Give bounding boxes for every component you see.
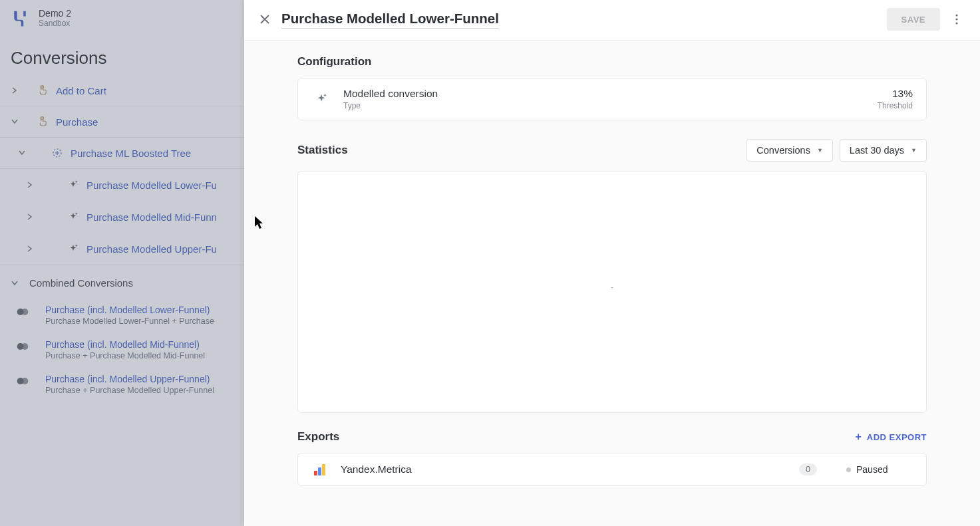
- combined-conversions-header[interactable]: Combined Conversions: [0, 265, 244, 298]
- tree-item-label: Purchase Modelled Mid-Funn: [86, 211, 217, 223]
- sparkle-icon: [60, 179, 86, 191]
- chevron-right-icon: [0, 182, 60, 188]
- section-configuration: Configuration: [297, 55, 927, 68]
- sparkle-icon: [311, 92, 331, 106]
- tree-item-ml-boosted[interactable]: Purchase ML Boosted Tree: [0, 138, 244, 169]
- chevron-down-icon: [0, 281, 29, 286]
- brand-logo-icon: [11, 9, 29, 28]
- sparkle-icon: [60, 243, 86, 255]
- statistics-chart: -: [297, 171, 927, 413]
- combined-icon: [0, 305, 45, 317]
- tree-item-label: Purchase: [56, 116, 98, 128]
- tree-item-purchase[interactable]: Purchase: [0, 106, 244, 138]
- brand-row[interactable]: Demo 2 Sandbox: [0, 0, 244, 36]
- chevron-right-icon: [0, 213, 60, 220]
- config-card[interactable]: Modelled conversion Type 13% Threshold: [297, 78, 927, 120]
- panel-header: Purchase Modelled Lower-Funnel SAVE: [244, 0, 980, 41]
- close-icon: [259, 14, 270, 25]
- detail-panel: Purchase Modelled Lower-Funnel SAVE Conf…: [244, 0, 980, 526]
- export-name: Yandex.Metrica: [341, 463, 787, 475]
- tree-item-add-to-cart[interactable]: Add to Cart: [0, 75, 244, 106]
- chevron-down-icon: ▼: [911, 147, 917, 154]
- status-dot-icon: [846, 467, 851, 472]
- more-button[interactable]: [947, 9, 967, 29]
- tree-item-label: Purchase Modelled Lower-Fu: [86, 180, 217, 191]
- range-dropdown[interactable]: Last 30 days ▼: [840, 139, 927, 162]
- svg-point-8: [21, 378, 28, 384]
- section-exports: Exports: [297, 430, 339, 444]
- tree-item-label: Add to Cart: [56, 85, 106, 96]
- svg-point-9: [955, 14, 957, 16]
- touch-icon: [29, 84, 56, 96]
- circle-dashed-icon: [44, 147, 71, 159]
- chevron-down-icon: [0, 119, 29, 124]
- combined-item-lower[interactable]: Purchase (incl. Modelled Lower-Funnel) P…: [0, 298, 244, 332]
- panel-title[interactable]: Purchase Modelled Lower-Funnel: [281, 11, 499, 29]
- close-button[interactable]: [255, 9, 275, 29]
- chevron-right-icon: [0, 245, 60, 252]
- config-type-value: Modelled conversion: [343, 88, 866, 100]
- tree-item-modelled-lower[interactable]: Purchase Modelled Lower-Fu: [0, 169, 244, 201]
- combined-icon: [0, 374, 45, 386]
- tree-item-modelled-upper[interactable]: Purchase Modelled Upper-Fu: [0, 233, 244, 265]
- combined-item-sublabel: Purchase + Purchase Modelled Upper-Funne…: [45, 386, 214, 395]
- save-button[interactable]: SAVE: [887, 8, 940, 31]
- combined-icon: [0, 339, 45, 351]
- chevron-down-icon: [0, 150, 44, 156]
- svg-rect-14: [322, 464, 325, 475]
- metric-dropdown-value: Conversions: [756, 145, 810, 156]
- add-export-label: ADD EXPORT: [867, 432, 927, 442]
- svg-point-6: [21, 343, 28, 350]
- chevron-down-icon: ▼: [817, 147, 823, 154]
- brand-subtitle: Sandbox: [39, 19, 71, 28]
- svg-point-11: [955, 22, 957, 24]
- range-dropdown-value: Last 30 days: [850, 145, 904, 156]
- svg-rect-12: [314, 471, 317, 475]
- sparkle-icon: [60, 211, 86, 223]
- config-type-label: Type: [343, 101, 866, 110]
- sidebar: Demo 2 Sandbox Conversions Add to Cart: [0, 0, 244, 526]
- more-vert-icon: [955, 14, 958, 25]
- combined-item-label: Purchase (incl. Modelled Upper-Funnel): [45, 374, 214, 384]
- svg-rect-13: [318, 467, 321, 475]
- chart-empty-placeholder: -: [611, 283, 613, 292]
- svg-point-4: [21, 309, 28, 315]
- combined-title: Combined Conversions: [29, 277, 133, 289]
- touch-icon: [29, 116, 56, 128]
- tree-item-label: Purchase Modelled Upper-Fu: [86, 243, 217, 255]
- combined-item-sublabel: Purchase Modelled Lower-Funnel + Purchas…: [45, 317, 214, 326]
- combined-item-sublabel: Purchase + Purchase Modelled Mid-Funnel: [45, 351, 205, 360]
- config-threshold-value: 13%: [892, 88, 913, 100]
- metric-dropdown[interactable]: Conversions ▼: [746, 139, 833, 162]
- svg-point-10: [955, 18, 957, 20]
- chevron-right-icon: [0, 87, 29, 94]
- config-threshold-label: Threshold: [878, 101, 913, 110]
- combined-item-upper[interactable]: Purchase (incl. Modelled Upper-Funnel) P…: [0, 367, 244, 402]
- tree-item-modelled-mid[interactable]: Purchase Modelled Mid-Funn: [0, 201, 244, 233]
- brand-title: Demo 2: [39, 8, 71, 19]
- plus-icon: +: [855, 431, 861, 443]
- tree: Add to Cart Purchase: [0, 75, 244, 402]
- export-status-label: Paused: [856, 464, 888, 475]
- tree-item-label: Purchase ML Boosted Tree: [71, 148, 191, 159]
- export-status: Paused: [846, 464, 913, 475]
- panel-body: Configuration Modelled conversion Type 1…: [244, 41, 980, 499]
- export-count-badge: 0: [799, 463, 817, 475]
- combined-item-mid[interactable]: Purchase (incl. Modelled Mid-Funnel) Pur…: [0, 332, 244, 367]
- export-row[interactable]: Yandex.Metrica 0 Paused: [297, 453, 927, 486]
- add-export-button[interactable]: + ADD EXPORT: [855, 431, 927, 443]
- combined-item-label: Purchase (incl. Modelled Lower-Funnel): [45, 305, 214, 315]
- combined-item-label: Purchase (incl. Modelled Mid-Funnel): [45, 339, 205, 350]
- section-statistics: Statistics: [297, 144, 348, 157]
- page-title: Conversions: [0, 36, 244, 75]
- yandex-metrica-icon: [311, 463, 329, 476]
